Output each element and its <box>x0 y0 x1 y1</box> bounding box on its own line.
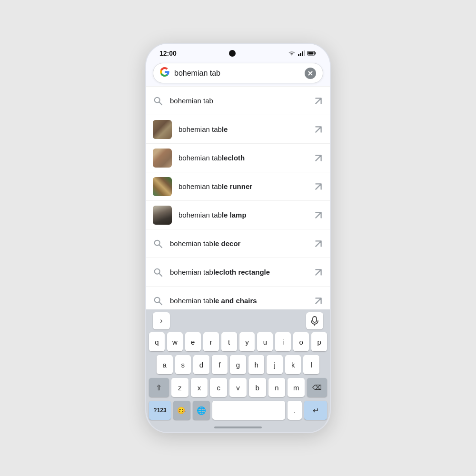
keyboard-row-4: ?123 😊, 🌐 . ↵ <box>149 401 327 420</box>
search-bar[interactable]: bohemian tab <box>153 63 323 83</box>
keyboard-arrow-button[interactable]: › <box>153 312 170 329</box>
arrow-icon <box>314 268 323 277</box>
key-o[interactable]: o <box>293 332 309 351</box>
svg-line-11 <box>159 273 162 276</box>
suggestion-item[interactable]: bohemian table and chairs <box>146 287 330 309</box>
key-backspace[interactable]: ⌫ <box>307 378 327 397</box>
suggestion-text: bohemian table <box>178 125 307 133</box>
key-enter[interactable]: ↵ <box>304 401 327 420</box>
svg-point-10 <box>155 268 160 274</box>
home-bar <box>214 426 262 428</box>
arrow-icon <box>314 296 323 306</box>
key-x[interactable]: x <box>191 378 208 397</box>
key-g[interactable]: g <box>230 355 246 374</box>
status-icons <box>288 50 317 56</box>
key-c[interactable]: c <box>210 378 227 397</box>
svg-rect-5 <box>308 52 314 55</box>
arrow-icon <box>314 153 323 163</box>
svg-point-8 <box>155 240 160 245</box>
key-j[interactable]: j <box>267 355 283 374</box>
search-input[interactable]: bohemian tab <box>174 69 300 78</box>
key-u[interactable]: u <box>257 332 273 351</box>
suggestion-item[interactable]: bohemian table decor <box>146 229 330 258</box>
key-space[interactable] <box>212 401 285 420</box>
key-h[interactable]: h <box>248 355 265 374</box>
key-e[interactable]: e <box>185 332 201 351</box>
key-p[interactable]: p <box>311 332 327 351</box>
key-y[interactable]: y <box>239 332 255 351</box>
key-z[interactable]: z <box>171 378 188 397</box>
key-s[interactable]: s <box>175 355 191 374</box>
keyboard-area: › q w e r t y <box>146 309 330 432</box>
home-indicator <box>146 424 330 432</box>
arrow-icon <box>314 239 323 248</box>
suggestion-thumbnail <box>153 120 172 139</box>
key-numpad[interactable]: ?123 <box>149 401 171 420</box>
suggestion-thumbnail <box>153 206 172 225</box>
suggestion-text: bohemian table runner <box>178 182 307 190</box>
suggestion-item[interactable]: bohemian tablecloth rectangle <box>146 258 330 287</box>
suggestion-text: bohemian table lamp <box>178 211 307 219</box>
svg-rect-0 <box>298 54 299 56</box>
key-m[interactable]: m <box>288 378 305 397</box>
suggestion-item[interactable]: bohemian tablecloth <box>146 144 330 172</box>
key-f[interactable]: f <box>212 355 228 374</box>
suggestion-item[interactable]: bohemian table lamp <box>146 201 330 229</box>
key-t[interactable]: t <box>221 332 237 351</box>
arrow-icon <box>314 96 323 106</box>
svg-rect-1 <box>300 53 301 56</box>
svg-rect-3 <box>304 50 305 56</box>
key-r[interactable]: r <box>203 332 219 351</box>
key-n[interactable]: n <box>268 378 286 397</box>
svg-line-13 <box>159 302 162 304</box>
signal-icon <box>298 50 305 56</box>
status-bar: 12:00 <box>146 44 330 59</box>
suggestion-item[interactable]: bohemian table runner <box>146 172 330 201</box>
clear-button[interactable] <box>305 68 316 79</box>
key-k[interactable]: k <box>285 355 301 374</box>
svg-rect-16 <box>313 317 317 322</box>
camera-notch <box>229 50 236 57</box>
svg-line-9 <box>159 245 162 247</box>
key-q[interactable]: q <box>149 332 165 351</box>
svg-point-6 <box>155 97 160 102</box>
suggestion-text: bohemian tablecloth <box>178 154 307 162</box>
svg-rect-2 <box>302 51 303 56</box>
search-icon <box>153 238 163 249</box>
keyboard-rows: q w e r t y u i o p a s d f g h j k <box>146 331 330 424</box>
key-d[interactable]: d <box>193 355 209 374</box>
suggestion-text: bohemian table and chairs <box>170 297 307 305</box>
suggestion-thumbnail <box>153 177 172 196</box>
search-bar-container: bohemian tab <box>146 59 330 86</box>
key-v[interactable]: v <box>229 378 247 397</box>
battery-icon <box>307 50 317 56</box>
key-w[interactable]: w <box>167 332 183 351</box>
keyboard-toolbar: › <box>146 309 330 331</box>
key-i[interactable]: i <box>275 332 291 351</box>
suggestion-item[interactable]: bohemian tab <box>146 87 330 115</box>
key-period[interactable]: . <box>288 401 302 420</box>
arrow-icon <box>314 125 323 134</box>
search-icon <box>153 267 163 278</box>
keyboard-row-1: q w e r t y u i o p <box>149 332 327 351</box>
suggestion-text: bohemian tab <box>170 97 307 105</box>
suggestion-thumbnail <box>153 149 172 168</box>
suggestions-list: bohemian tab bohemian table bohe <box>146 86 330 309</box>
keyboard-mic-button[interactable] <box>306 312 323 329</box>
svg-point-12 <box>155 297 160 302</box>
key-emoji[interactable]: 😊, <box>173 401 190 420</box>
status-time: 12:00 <box>159 50 177 57</box>
key-globe[interactable]: 🌐 <box>193 401 210 420</box>
key-shift[interactable]: ⇧ <box>149 378 169 397</box>
phone-frame: 12:00 <box>145 43 331 433</box>
keyboard-row-3: ⇧ z x c v b n m ⌫ <box>149 378 327 397</box>
keyboard-row-2: a s d f g h j k l <box>149 355 327 374</box>
suggestion-item[interactable]: bohemian table <box>146 115 330 144</box>
suggestion-text: bohemian table decor <box>170 239 307 248</box>
key-l[interactable]: l <box>303 355 319 374</box>
key-b[interactable]: b <box>249 378 266 397</box>
suggestion-text: bohemian tablecloth rectangle <box>170 268 307 276</box>
key-a[interactable]: a <box>157 355 173 374</box>
svg-line-7 <box>159 102 162 104</box>
arrow-icon <box>314 182 323 191</box>
